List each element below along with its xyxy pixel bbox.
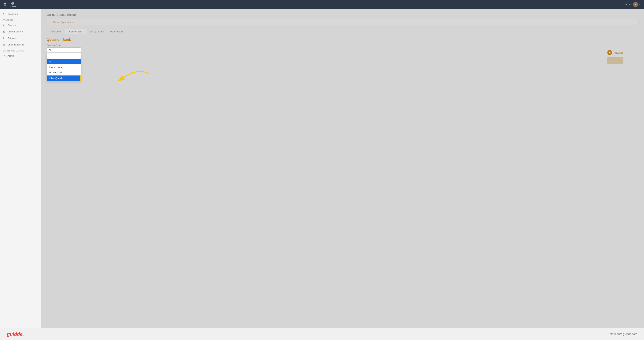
answers-button[interactable]: + Answers <box>607 50 624 55</box>
content-area: Online Course Builder ← Name of your cou… <box>41 9 644 328</box>
sidebar-label-pathways: Pathways <box>8 37 17 40</box>
answers-label: Answers <box>614 51 624 54</box>
sidebar-item-admin[interactable]: ⚙ Admin › <box>0 53 41 59</box>
dropdown-option-inline-questions[interactable]: Inline Questions <box>47 75 81 81</box>
dropdown-arrow-icon: ▾ <box>78 49 79 51</box>
sidebar-label-guided-learning: Guided Learning <box>8 43 24 46</box>
dropdown-search-area <box>47 53 81 59</box>
censeo-logo-icon: ⚙ <box>11 1 14 6</box>
dashboard-icon: ■ <box>3 12 6 16</box>
chevron-icon: › <box>38 13 38 15</box>
tab-pending-edits[interactable]: Pending Edits <box>107 29 127 34</box>
answers-area: + Answers <box>607 50 624 64</box>
sidebar-label-admin: Admin <box>8 55 14 57</box>
chevron-icon: › <box>38 55 38 57</box>
content-library-icon: ▣ <box>3 30 6 33</box>
dropdown-option-course-exam[interactable]: Course Exam <box>47 64 81 70</box>
guidde-logo: guidde. <box>7 331 24 337</box>
nav-left: ☰ ⚙ Censeo <box>4 1 16 8</box>
sidebar-label-courses: Courses <box>8 24 16 27</box>
chevron-icon: › <box>38 37 38 39</box>
logo-area: ⚙ Censeo <box>9 1 16 8</box>
sidebar: ■ Dashboard › PRODUCTS ▶ Courses › ▣ Con… <box>0 9 41 328</box>
admin-icon: ⚙ <box>3 54 6 57</box>
user-menu[interactable]: EDS 1 E ▾ <box>625 2 640 7</box>
chevron-icon: › <box>38 44 38 46</box>
dropdown-selected-value: All <box>49 49 51 51</box>
section-title: Question Bank <box>46 38 638 42</box>
overlay <box>41 9 644 328</box>
sidebar-item-content-library[interactable]: ▣ Content Library › <box>0 28 41 35</box>
dropdown-search-input[interactable] <box>48 54 79 58</box>
products-section-label: PRODUCTS <box>0 17 41 22</box>
user-label: EDS 1 <box>625 3 632 6</box>
chevron-icon: › <box>38 24 38 26</box>
sidebar-item-guided-learning[interactable]: ▤ Guided Learning › <box>0 41 41 48</box>
top-nav: ☰ ⚙ Censeo EDS 1 E ▾ <box>0 0 644 9</box>
breadcrumb-text: Name of your course <box>53 21 74 24</box>
censeo-logo-text: Censeo <box>9 6 16 8</box>
sidebar-item-pathways[interactable]: ◈ Pathways › <box>0 35 41 41</box>
tab-edit-course[interactable]: Edit Course <box>46 29 65 34</box>
question-type-label: Question Type <box>46 44 638 46</box>
breadcrumb[interactable]: ← Name of your course <box>46 19 638 25</box>
tabs-container: Edit Course Question Bank Activity Build… <box>46 29 638 34</box>
sidebar-label-dashboard: Dashboard <box>8 13 18 15</box>
chevron-down-icon: ▾ <box>639 3 640 6</box>
create-manage-section-label: CREATE AND MANAGE <box>0 48 41 53</box>
back-arrow-icon: ← <box>50 21 52 24</box>
dropdown-option-module-exam[interactable]: Module Exam <box>47 70 81 75</box>
bottom-bar: guidde. Made with guidde.com <box>0 328 644 340</box>
plus-icon: + <box>607 50 612 55</box>
main-layout: ■ Dashboard › PRODUCTS ▶ Courses › ▣ Con… <box>0 9 644 328</box>
dropdown-panel: All Course Exam Module Exam Inline Quest… <box>46 53 81 82</box>
question-type-dropdown[interactable]: All ▾ All Course Exam Module Exam Inline… <box>46 47 81 53</box>
courses-icon: ▶ <box>3 24 6 27</box>
tab-activity-builder[interactable]: Activity Builder <box>86 29 107 34</box>
sidebar-item-dashboard[interactable]: ■ Dashboard › <box>0 11 41 17</box>
made-with-text: Made with guidde.com <box>610 333 637 336</box>
tab-question-bank[interactable]: Question Bank <box>65 29 86 34</box>
arrow-annotation <box>110 64 161 84</box>
page-title: Online Course Builder <box>46 13 638 17</box>
hamburger-icon[interactable]: ☰ <box>4 3 6 6</box>
avatar: E <box>633 2 638 7</box>
sidebar-label-content-library: Content Library <box>8 30 23 33</box>
question-bank-panel: Question Bank Question Type All ▾ All Co… <box>46 38 638 53</box>
pathways-icon: ◈ <box>3 37 6 40</box>
sidebar-item-courses[interactable]: ▶ Courses › <box>0 22 41 28</box>
dropdown-trigger[interactable]: All ▾ <box>46 47 81 53</box>
answers-placeholder <box>607 57 624 64</box>
guided-learning-icon: ▤ <box>3 43 6 46</box>
chevron-icon: › <box>38 31 38 33</box>
dropdown-option-all[interactable]: All <box>47 59 81 64</box>
